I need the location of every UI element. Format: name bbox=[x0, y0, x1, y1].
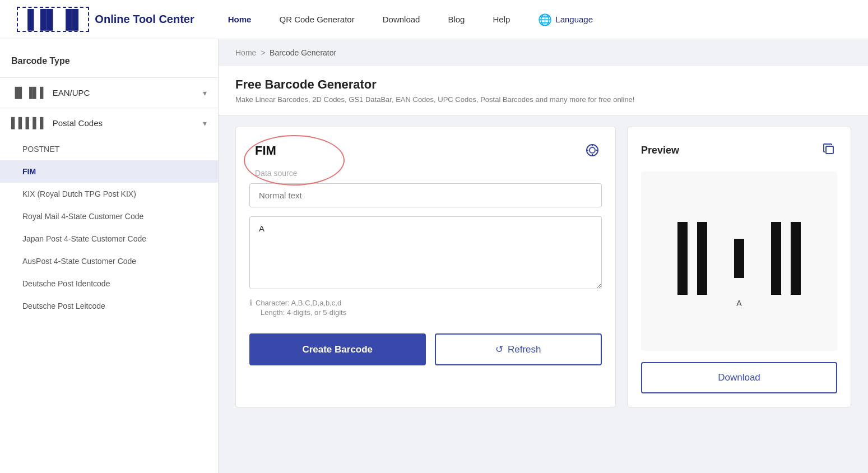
sidebar-item-postnet[interactable]: POSTNET bbox=[0, 138, 218, 160]
chevron-down-icon: ▾ bbox=[203, 89, 207, 98]
language-button[interactable]: 🌐 Language bbox=[538, 13, 593, 26]
sidebar-group-postal-codes: ▌▌▌▌▌ Postal Codes ▾ POSTNET FIM KIX (Ro… bbox=[0, 108, 218, 317]
preview-barcode-area: A bbox=[641, 171, 837, 351]
refresh-label: Refresh bbox=[508, 344, 541, 355]
settings-icon-button[interactable] bbox=[583, 141, 602, 163]
nav-download[interactable]: Download bbox=[383, 15, 420, 24]
preview-title: Preview bbox=[641, 145, 679, 156]
hint-character-row: ℹ Character: A,B,C,D,a,b,c,d bbox=[249, 298, 602, 307]
fim-barcode-svg: A bbox=[666, 211, 812, 312]
breadcrumb: Home > Barcode Generator bbox=[219, 39, 868, 66]
nav-blog[interactable]: Blog bbox=[448, 15, 465, 24]
svg-rect-8 bbox=[697, 222, 707, 295]
page-subtitle: Make Linear Barcodes, 2D Codes, GS1 Data… bbox=[235, 95, 851, 104]
create-barcode-button[interactable]: Create Barcode bbox=[249, 333, 426, 365]
postal-barcode-icon: ▌▌▌▌▌ bbox=[11, 117, 47, 129]
logo-text: Online Tool Center bbox=[95, 13, 194, 26]
sidebar-group-label-ean-upc: EAN/UPC bbox=[53, 88, 197, 98]
sidebar-group-header-ean-upc[interactable]: ▐▌▐▌▌ EAN/UPC ▾ bbox=[0, 78, 218, 108]
site-logo[interactable]: ▐▐▌▐▌ Online Tool Center bbox=[17, 7, 194, 32]
sidebar-item-fim[interactable]: FIM bbox=[0, 160, 218, 183]
svg-rect-9 bbox=[734, 239, 744, 278]
sidebar-item-auspost[interactable]: AusPost 4-State Customer Code bbox=[0, 250, 218, 272]
hint-length: Length: 4-digits, or 5-digits bbox=[249, 308, 346, 317]
refresh-button[interactable]: ↺ Refresh bbox=[435, 333, 602, 365]
content-area: FIM Data source A bbox=[219, 115, 868, 419]
action-buttons: Create Barcode ↺ Refresh bbox=[249, 333, 602, 365]
sidebar-item-deutsche-identcode[interactable]: Deutsche Post Identcode bbox=[0, 272, 218, 295]
hint-character: Character: A,B,C,D,a,b,c,d bbox=[256, 299, 341, 307]
nav-home[interactable]: Home bbox=[228, 15, 252, 24]
nav-help[interactable]: Help bbox=[493, 15, 510, 24]
svg-rect-10 bbox=[771, 222, 781, 295]
svg-text:A: A bbox=[736, 299, 742, 308]
info-icon: ℹ bbox=[249, 298, 252, 307]
svg-rect-6 bbox=[826, 146, 833, 154]
barcode-form-panel: FIM Data source A bbox=[235, 127, 616, 407]
refresh-icon: ↺ bbox=[495, 344, 503, 355]
sidebar-group-label-postal-codes: Postal Codes bbox=[53, 118, 197, 128]
globe-icon: 🌐 bbox=[538, 13, 552, 26]
sidebar-item-royal-mail[interactable]: Royal Mail 4-State Customer Code bbox=[0, 205, 218, 228]
site-header: ▐▐▌▐▌ Online Tool Center Home QR Code Ge… bbox=[0, 0, 868, 39]
sidebar-item-japan-post[interactable]: Japan Post 4-State Customer Code bbox=[0, 228, 218, 250]
main-nav: Home QR Code Generator Download Blog Hel… bbox=[228, 13, 851, 26]
nav-qr-code-generator[interactable]: QR Code Generator bbox=[279, 15, 354, 24]
sidebar-title: Barcode Type bbox=[0, 50, 218, 77]
sidebar: Barcode Type ▐▌▐▌▌ EAN/UPC ▾ ▌▌▌▌▌ Posta… bbox=[0, 39, 219, 473]
hint-length-row: Length: 4-digits, or 5-digits bbox=[249, 308, 602, 317]
language-label: Language bbox=[555, 15, 593, 24]
page-title: Free Barcode Generator bbox=[235, 77, 851, 92]
svg-point-1 bbox=[590, 147, 595, 153]
breadcrumb-current: Barcode Generator bbox=[270, 48, 336, 57]
settings-icon bbox=[585, 143, 600, 157]
copy-icon-button[interactable] bbox=[820, 141, 837, 160]
sidebar-group-header-postal-codes[interactable]: ▌▌▌▌▌ Postal Codes ▾ bbox=[0, 108, 218, 138]
preview-panel: Preview bbox=[627, 127, 851, 407]
barcode-icon: ▐▌▐▌▌ bbox=[11, 87, 47, 99]
data-source-label: Data source bbox=[249, 169, 602, 178]
preview-header: Preview bbox=[641, 141, 837, 160]
barcode-type-name: FIM bbox=[249, 141, 276, 158]
svg-rect-11 bbox=[791, 222, 801, 295]
data-source-input[interactable] bbox=[249, 183, 602, 207]
sidebar-item-deutsche-leitcode[interactable]: Deutsche Post Leitcode bbox=[0, 295, 218, 317]
logo-barcode-icon: ▐▐▌▐▌ bbox=[17, 7, 89, 32]
barcode-type-header: FIM bbox=[249, 141, 602, 163]
page-header: Free Barcode Generator Make Linear Barco… bbox=[219, 66, 868, 115]
svg-rect-7 bbox=[677, 222, 688, 295]
sidebar-group-ean-upc: ▐▌▐▌▌ EAN/UPC ▾ bbox=[0, 77, 218, 108]
main-content: Home > Barcode Generator Free Barcode Ge… bbox=[219, 39, 868, 473]
sidebar-item-kix[interactable]: KIX (Royal Dutch TPG Post KIX) bbox=[0, 183, 218, 205]
hint-area: ℹ Character: A,B,C,D,a,b,c,d Length: 4-d… bbox=[249, 298, 602, 317]
breadcrumb-home[interactable]: Home bbox=[235, 48, 256, 57]
page-body: Barcode Type ▐▌▐▌▌ EAN/UPC ▾ ▌▌▌▌▌ Posta… bbox=[0, 39, 868, 473]
download-button[interactable]: Download bbox=[641, 362, 837, 393]
data-textarea[interactable]: A bbox=[249, 216, 602, 289]
chevron-up-icon: ▾ bbox=[203, 119, 207, 128]
copy-icon bbox=[823, 143, 835, 155]
